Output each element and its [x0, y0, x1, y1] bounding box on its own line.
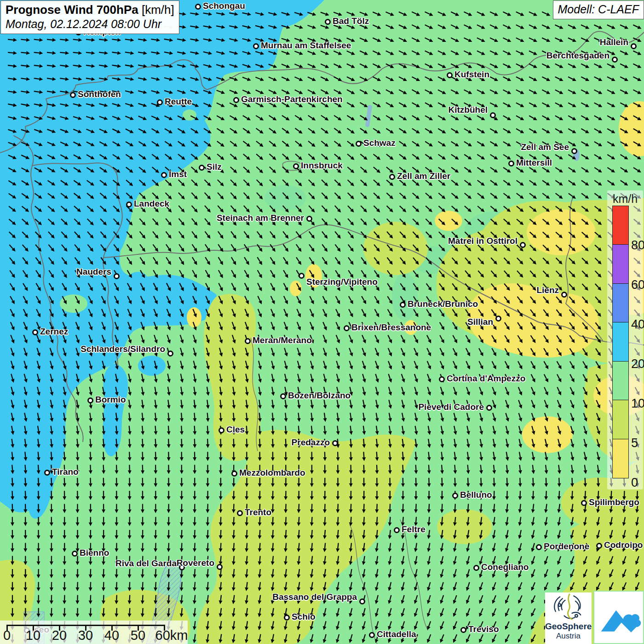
city-label: Riva del Garda [115, 558, 177, 569]
city-dot [508, 161, 514, 167]
city-dot [596, 543, 602, 549]
city-label: Sillian [467, 317, 493, 327]
city-dot [452, 493, 458, 499]
city-label: Tirano [52, 467, 79, 477]
scalebar-label: 20 [52, 628, 67, 643]
city-label: Bozen/Bolzano [288, 391, 351, 401]
city-label: Mezzolombardo [239, 468, 305, 478]
city-label: Cles [226, 425, 245, 435]
geosphere-logo-subtext: Austria [545, 632, 592, 641]
city-label: Sonthofen [78, 89, 121, 99]
city-dot [571, 148, 577, 154]
city-label: Pieve di Cadore [418, 402, 484, 412]
region-green-island [60, 294, 87, 313]
city-label: Murnau am Staffelsee [261, 40, 351, 51]
page-title: Prognose Wind 700hPa [km/h] [6, 3, 174, 17]
city-dot [161, 172, 167, 178]
model-label: Modell: C-LAEF [558, 3, 639, 16]
city-dot [114, 273, 120, 279]
city-label: Innsbruck [301, 161, 343, 171]
city-label: Bienno [80, 548, 109, 558]
city-dot [447, 72, 453, 78]
city-dot [72, 551, 78, 557]
legend-color-block [612, 322, 629, 362]
city-label: Treviso [468, 624, 499, 634]
city-label: Bormio [95, 395, 126, 405]
city-dot [439, 376, 445, 382]
city-dot [473, 565, 479, 571]
legend-tick-label: 80 [631, 238, 644, 253]
city-dot [253, 43, 259, 49]
city-dot [356, 141, 362, 147]
partner-logo-box [593, 591, 644, 644]
city-label: Meran/Merano [253, 335, 312, 345]
city-dot [157, 99, 163, 105]
city-label: Cortina d'Ampezzo [447, 374, 525, 384]
city-dot [87, 397, 93, 403]
city-label: Bruneck/Brunico [408, 299, 478, 309]
scalebar-label: 40 [104, 628, 119, 643]
city-dot [561, 292, 567, 298]
city-dot [581, 500, 587, 506]
city-label: Garmisch-Partenkirchen [241, 94, 343, 104]
city-label: Spilimbergo [589, 497, 639, 507]
city-label: Pordenone [544, 541, 589, 552]
city-label: Reutte [165, 97, 192, 107]
city-label: Cittadella [377, 629, 416, 639]
scalebar-label: 50 [131, 628, 145, 643]
city-dot [293, 163, 299, 169]
title-text: Prognose Wind 700hPa [6, 3, 138, 17]
mountain-cloud-icon [597, 595, 641, 639]
legend-color-block [612, 400, 629, 439]
city-label: Lienz [536, 285, 559, 295]
city-label: Codroipo [604, 540, 643, 550]
legend-tick-label: 20 [631, 357, 644, 371]
city-dot [218, 427, 224, 433]
city-dot [486, 405, 492, 411]
legend-tick-label: 5 [631, 436, 638, 450]
city-dot [460, 627, 466, 633]
city-dot [44, 470, 50, 476]
city-dot [299, 273, 305, 279]
scalebar-label: 60km [155, 628, 188, 643]
city-dot [167, 351, 173, 356]
legend-title: km/h [608, 192, 642, 206]
city-dot [359, 598, 365, 604]
legend-color-block [612, 244, 629, 284]
city-dot [389, 174, 395, 180]
city-label: Nauders [76, 267, 111, 277]
legend-color-block [612, 283, 629, 323]
forecast-datetime: Montag, 02.12.2024 08:00 Uhr [6, 17, 174, 31]
city-label: Bassano del Grappa [272, 592, 357, 602]
city-dot [199, 165, 205, 171]
model-box: Modell: C-LAEF [553, 0, 644, 19]
legend-color-block [612, 439, 629, 478]
city-dot [280, 393, 286, 399]
city-dot [284, 615, 290, 621]
city-label: Rovereto [177, 558, 214, 568]
scalebar: 0102030405060km [0, 621, 188, 644]
city-dot [32, 329, 38, 335]
legend-tick-label: 0 [631, 476, 638, 490]
city-dot [536, 544, 542, 550]
geosphere-logo-text: GeoSphere [545, 622, 592, 632]
city-dot [490, 112, 496, 118]
legend-tick-label: 60 [631, 278, 644, 292]
city-label: Trento [245, 507, 271, 518]
city-label: Schlanders/Silandro [80, 344, 165, 354]
legend-tick-label: 40 [631, 317, 644, 332]
wind-forecast-map: SchongauBad TölzKemptenMurnau am Staffel… [0, 0, 644, 644]
city-label: Landeck [134, 199, 169, 209]
city-dot [495, 316, 501, 322]
city-label: Belluno [460, 490, 492, 500]
city-label: Sterzing/Vipiteno [306, 277, 378, 287]
legend-color-block [612, 206, 629, 245]
city-label: Bad Tölz [333, 16, 369, 26]
title-box: Prognose Wind 700hPa [km/h] Montag, 02.1… [0, 0, 179, 34]
city-label: Kitzbühel [448, 105, 488, 115]
city-dot [394, 527, 400, 533]
scalebar-label: 10 [26, 628, 40, 643]
city-dot [126, 201, 132, 207]
city-label: Conegliano [481, 562, 529, 572]
city-dot [233, 97, 239, 103]
